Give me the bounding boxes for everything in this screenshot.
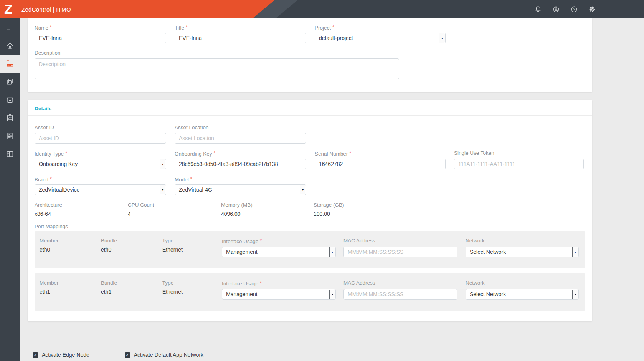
- brand-field-group: Brand ZedVirtualDevice: [35, 176, 166, 195]
- activate-edge-node-label: Activate Edge Node: [42, 352, 89, 358]
- port-mac-col: MAC Address: [343, 238, 457, 257]
- sidebar-item-jobs[interactable]: [0, 127, 20, 145]
- description-field-group: Description: [35, 50, 585, 79]
- top-bar: Z ZedControl | ITMO ?: [0, 0, 644, 18]
- activate-default-app-network-label: Activate Default App Network: [134, 352, 203, 358]
- asset-location-field-group: Asset Location: [175, 125, 306, 144]
- port-member-col: Member eth0: [40, 238, 101, 257]
- description-label: Description: [35, 50, 585, 56]
- identity-type-select-value: Onboarding Key: [39, 161, 78, 167]
- asset-id-field-group: Asset ID: [35, 125, 166, 144]
- sidebar-item-edge-nodes[interactable]: [0, 55, 20, 73]
- checkbox-checked-icon[interactable]: [125, 352, 130, 358]
- port-type-col: Type Ethernet: [162, 280, 222, 300]
- zedcontrol-logo[interactable]: Z: [4, 0, 12, 18]
- activation-options-row: Activate Edge Node Activate Default App …: [33, 352, 644, 358]
- brand-select[interactable]: ZedVirtualDevice: [35, 184, 166, 195]
- port-type-col: Type Ethernet: [162, 238, 222, 257]
- mac-address-input[interactable]: [343, 289, 457, 300]
- dropdown-arrow-icon: [160, 185, 165, 194]
- spec-architecture: Architecture x86-64: [35, 202, 128, 217]
- port-mapping-row-eth1: Member eth1 Bundle eth1 Type Ethernet In…: [35, 273, 585, 311]
- onboarding-key-field-group: Onboarding Key: [175, 151, 306, 169]
- spec-storage: Storage (GB) 100.00: [314, 202, 443, 217]
- sidebar-item-layout[interactable]: [0, 145, 20, 163]
- dropdown-arrow-icon: [300, 185, 305, 194]
- sidebar-nav: [0, 18, 20, 361]
- sidebar-item-library[interactable]: [0, 91, 20, 109]
- sidebar-item-apps[interactable]: [0, 73, 20, 91]
- port-interface-usage-col: Interface Usage Management: [222, 280, 336, 300]
- sidebar-collapse-menu[interactable]: [0, 18, 20, 36]
- serial-number-label: Serial Number: [315, 151, 446, 156]
- port-bundle-col: Bundle eth1: [101, 280, 162, 300]
- notifications-icon[interactable]: [534, 5, 542, 13]
- sidebar-item-projects[interactable]: [0, 109, 20, 127]
- model-select[interactable]: ZedVirtual-4G: [175, 184, 306, 195]
- spec-cpu-count: CPU Count 4: [128, 202, 221, 217]
- details-section-title: Details: [35, 106, 585, 111]
- apps-icon: [6, 78, 14, 86]
- asset-location-input[interactable]: [175, 133, 306, 144]
- single-use-token-label: Single Use Token: [454, 151, 584, 156]
- name-field-group: Name: [35, 25, 166, 43]
- dropdown-arrow-icon: [439, 33, 445, 43]
- port-member-col: Member eth1: [40, 280, 101, 300]
- svg-text:?: ?: [573, 7, 575, 11]
- description-textarea[interactable]: [35, 58, 399, 79]
- edge-node-icon: [5, 59, 15, 68]
- activate-default-app-network-option[interactable]: Activate Default App Network: [125, 352, 203, 358]
- details-card: Details Asset ID Asset Location Identity…: [28, 100, 592, 321]
- single-use-token-field-group: Single Use Token: [454, 151, 584, 169]
- model-select-value: ZedVirtual-4G: [179, 187, 212, 193]
- asset-location-label: Asset Location: [175, 125, 306, 130]
- help-icon[interactable]: ?: [570, 5, 578, 13]
- port-bundle-col: Bundle eth0: [101, 238, 162, 257]
- library-drawer-icon: [6, 96, 14, 104]
- general-card: Name Title Project default-project Descr…: [28, 18, 592, 92]
- onboarding-key-input[interactable]: [175, 159, 306, 169]
- title-field-group: Title: [175, 25, 306, 43]
- identity-type-field-group: Identity Type Onboarding Key: [35, 151, 166, 169]
- account-icon[interactable]: [552, 5, 560, 13]
- asset-id-label: Asset ID: [35, 125, 166, 130]
- activate-edge-node-option[interactable]: Activate Edge Node: [33, 352, 89, 358]
- menu-icon: [6, 23, 14, 32]
- single-use-token-input[interactable]: [454, 159, 584, 169]
- brand-label: Brand: [35, 176, 166, 182]
- dropdown-arrow-icon: [572, 290, 578, 299]
- port-network-col: Network Select Network: [466, 280, 579, 300]
- port-mapping-row-eth0: Member eth0 Bundle eth0 Type Ethernet In…: [35, 231, 585, 268]
- mac-address-input[interactable]: [343, 247, 457, 257]
- serial-number-input[interactable]: [315, 159, 446, 169]
- serial-number-field-group: Serial Number: [315, 151, 446, 169]
- interface-usage-select[interactable]: Management: [222, 289, 336, 300]
- identity-type-select[interactable]: Onboarding Key: [35, 159, 166, 169]
- checklist-icon: [6, 132, 14, 140]
- network-select[interactable]: Select Network: [466, 289, 579, 300]
- model-field-group: Model ZedVirtual-4G: [175, 176, 306, 195]
- main-content: Name Title Project default-project Descr…: [20, 18, 644, 361]
- identity-type-label: Identity Type: [35, 151, 166, 156]
- port-mac-col: MAC Address: [343, 280, 457, 300]
- interface-usage-select[interactable]: Management: [222, 247, 336, 257]
- model-label: Model: [175, 176, 306, 182]
- settings-icon[interactable]: [588, 5, 596, 13]
- onboarding-key-label: Onboarding Key: [175, 151, 306, 156]
- title-input[interactable]: [175, 33, 306, 43]
- port-mappings-label: Port Mappings: [35, 224, 585, 229]
- header-divider: [583, 7, 583, 12]
- project-select[interactable]: default-project: [315, 33, 446, 43]
- port-interface-usage-col: Interface Usage Management: [222, 238, 336, 257]
- name-input[interactable]: [35, 33, 166, 43]
- section-divider: [28, 115, 592, 116]
- dropdown-arrow-icon: [329, 247, 335, 257]
- sidebar-item-home[interactable]: [0, 36, 20, 55]
- device-specs-row: Architecture x86-64 CPU Count 4 Memory (…: [35, 202, 585, 217]
- home-icon: [6, 41, 14, 50]
- checkbox-checked-icon[interactable]: [33, 352, 38, 358]
- asset-id-input[interactable]: [35, 133, 166, 144]
- network-select[interactable]: Select Network: [466, 247, 579, 257]
- dropdown-arrow-icon: [329, 290, 335, 299]
- title-label: Title: [175, 25, 306, 30]
